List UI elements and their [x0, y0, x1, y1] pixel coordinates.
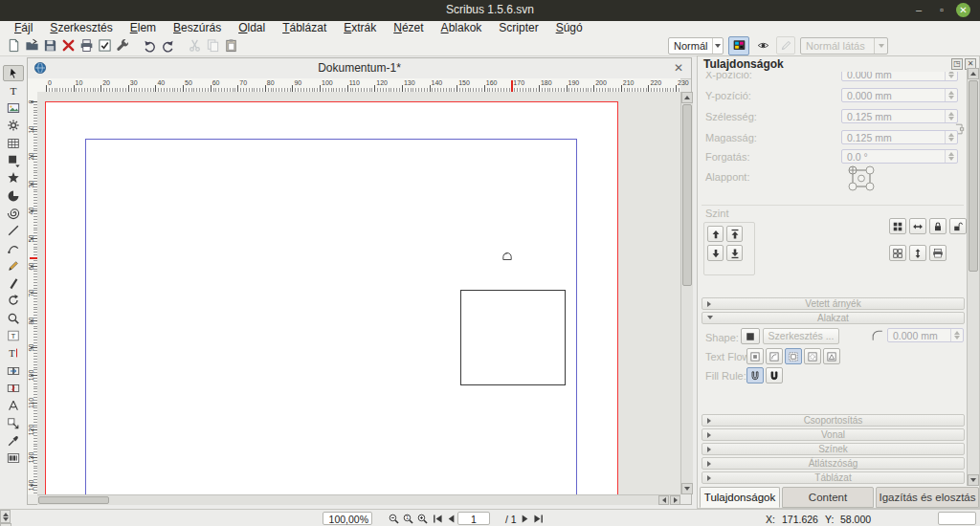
zoom-in-button[interactable]	[415, 512, 429, 525]
print-small-button[interactable]	[929, 245, 947, 261]
zoom-level-field[interactable]: 100,00%	[323, 512, 372, 525]
y-pozíció-field[interactable]: 0.000 mm	[841, 88, 958, 102]
quality-select[interactable]: Normál	[668, 37, 724, 55]
unlink-text-frames-tool[interactable]	[3, 380, 24, 396]
x-pozíció-field[interactable]: 0.000 mm	[841, 72, 958, 81]
panel-scrollbar[interactable]	[967, 68, 979, 486]
tf-object-button[interactable]	[746, 348, 764, 364]
copy-button[interactable]	[205, 37, 221, 54]
paste-button[interactable]	[223, 37, 239, 54]
redo-button[interactable]	[160, 37, 176, 54]
section-sz-nek[interactable]: Színek	[702, 443, 965, 455]
section-drop-shadow[interactable]: Vetett árnyék	[702, 297, 965, 310]
menu-besz-r-s[interactable]: Beszúrás	[165, 21, 230, 35]
menu-extr-k[interactable]: Extrák	[335, 21, 385, 35]
scroll-up-button[interactable]	[968, 68, 979, 79]
cut-button[interactable]	[187, 37, 203, 54]
menu-s-g-[interactable]: Súgó	[547, 21, 591, 35]
eye-dropper-tool[interactable]	[3, 432, 24, 449]
group-button[interactable]	[889, 218, 906, 234]
new-document-button[interactable]	[6, 37, 22, 54]
insert-freehand-line-tool[interactable]	[3, 257, 24, 274]
spinner[interactable]	[945, 150, 957, 163]
horizontal-scrollbar[interactable]	[37, 494, 680, 505]
forgatás-field[interactable]: 0.0 °	[841, 149, 958, 164]
zoom-spinner[interactable]	[0, 510, 11, 523]
insert-calligraphic-line-tool[interactable]	[3, 275, 24, 292]
tf-shape-button[interactable]	[766, 348, 783, 364]
scroll-left-button[interactable]	[658, 495, 669, 505]
open-document-button[interactable]	[24, 37, 40, 54]
select-item-tool[interactable]	[3, 65, 24, 81]
rotate-item-tool[interactable]	[3, 293, 24, 309]
scroll-thumb[interactable]	[38, 496, 109, 504]
maximize-button[interactable]: ▫	[934, 4, 949, 17]
close-window-button[interactable]: ✕	[956, 3, 970, 17]
section-t-bl-zat[interactable]: Táblázat	[702, 471, 965, 484]
menu-t-bl-zat[interactable]: Táblázat	[274, 21, 335, 35]
drawn-rectangle[interactable]	[460, 290, 566, 385]
section--tl-tsz-s-g[interactable]: Átlátszóság	[702, 457, 965, 470]
insert-table-tool[interactable]	[3, 135, 24, 151]
szélesség-field[interactable]: 0.125 mm	[841, 109, 958, 123]
next-page-button[interactable]	[518, 512, 531, 525]
flip-h-button[interactable]	[909, 218, 926, 234]
menu-ablakok[interactable]: Ablakok	[433, 21, 491, 35]
spinner[interactable]	[950, 329, 963, 341]
insert-line-tool[interactable]	[3, 223, 24, 239]
print-document-button[interactable]	[78, 37, 95, 54]
lower-bottom-button[interactable]	[726, 245, 743, 261]
export-pdf-button[interactable]	[115, 37, 131, 54]
scroll-thumb[interactable]	[969, 80, 978, 272]
spinner[interactable]	[945, 72, 957, 80]
measurements-tool[interactable]	[3, 398, 24, 414]
menu-n-zet[interactable]: Nézet	[385, 21, 432, 35]
tab-igaz-t-s-s-eloszt-s[interactable]: Igazítás és elosztás	[876, 487, 979, 508]
menu-oldal[interactable]: Oldal	[230, 21, 274, 35]
insert-shape-tool[interactable]	[3, 153, 24, 169]
edit-shape-button[interactable]: Szerkesztés ...	[763, 328, 839, 344]
lock-button[interactable]	[929, 218, 947, 234]
raise-button[interactable]	[707, 226, 724, 242]
close-document-icon[interactable]: ✕	[672, 61, 685, 75]
insert-image-frame-tool[interactable]	[3, 100, 24, 117]
menu-scripter[interactable]: Scripter	[490, 21, 546, 35]
link-text-frames-tool[interactable]	[3, 362, 24, 379]
insert-arc-tool[interactable]	[3, 187, 24, 204]
basepoint-selector[interactable]	[843, 162, 880, 196]
lock-size-button[interactable]	[949, 218, 967, 234]
spinner[interactable]	[945, 89, 957, 101]
zoom-tool-tool[interactable]	[3, 310, 24, 326]
insert-render-frame-tool[interactable]	[3, 118, 24, 134]
flip-v-button[interactable]	[909, 245, 926, 261]
zoom-out-button[interactable]	[387, 512, 400, 525]
insert-spiral-tool[interactable]	[3, 205, 24, 221]
menu-szerkeszt-s[interactable]: Szerkesztés	[41, 21, 121, 35]
menu-elem[interactable]: Elem	[122, 21, 165, 35]
menu-f-jl[interactable]: Fájl	[6, 21, 41, 35]
page-number-field[interactable]: 1	[457, 512, 490, 525]
section-csoportos-t-s[interactable]: Csoportosítás	[702, 414, 965, 427]
scroll-down-button[interactable]	[968, 474, 979, 486]
insert-polygon-tool[interactable]	[3, 170, 24, 186]
preflight-verifier-button[interactable]	[97, 37, 113, 54]
undo-button[interactable]	[142, 37, 158, 54]
spinner[interactable]	[945, 110, 957, 122]
insert-barcode-tool[interactable]	[3, 450, 24, 467]
status-input[interactable]	[938, 512, 976, 525]
canvas[interactable]	[37, 92, 680, 494]
document-titlebar[interactable]: Dokumentum-1* ✕	[28, 58, 691, 79]
fill-evenodd-button[interactable]	[746, 367, 764, 384]
close-document-button[interactable]	[60, 37, 77, 54]
last-page-button[interactable]	[531, 512, 545, 525]
scroll-up-button[interactable]	[681, 92, 693, 103]
section-vonal[interactable]: Vonal	[702, 428, 965, 441]
tf-bbox-button[interactable]	[785, 348, 802, 364]
horizontal-ruler[interactable]: 0102030405060708090100110120130140150160…	[37, 78, 680, 93]
spinner[interactable]	[945, 131, 957, 143]
section-shape[interactable]: Alakzat	[702, 312, 965, 324]
shape-selector-button[interactable]	[741, 328, 760, 344]
edit-contents-tool[interactable]: T	[3, 328, 24, 344]
lower-button[interactable]	[707, 245, 724, 261]
scroll-thumb[interactable]	[682, 104, 692, 286]
